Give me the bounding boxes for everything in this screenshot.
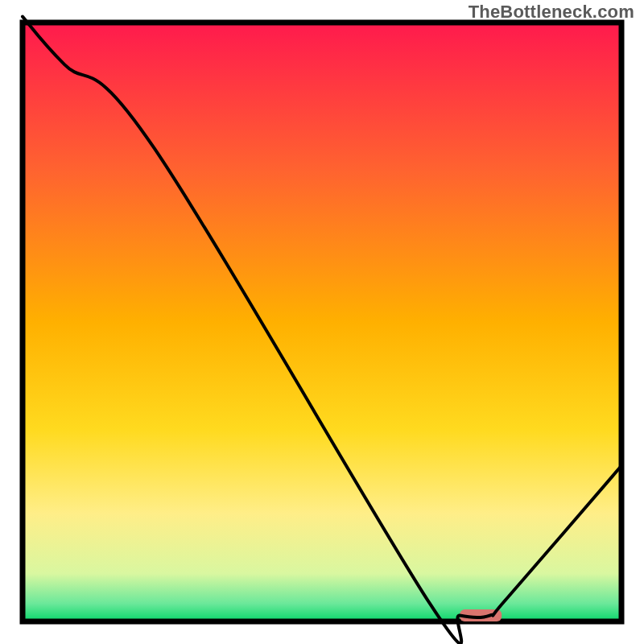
attribution-text: TheBottleneck.com — [469, 2, 634, 23]
bottleneck-chart — [0, 0, 644, 644]
chart-stage: TheBottleneck.com — [0, 0, 644, 644]
plot-background — [23, 23, 621, 621]
